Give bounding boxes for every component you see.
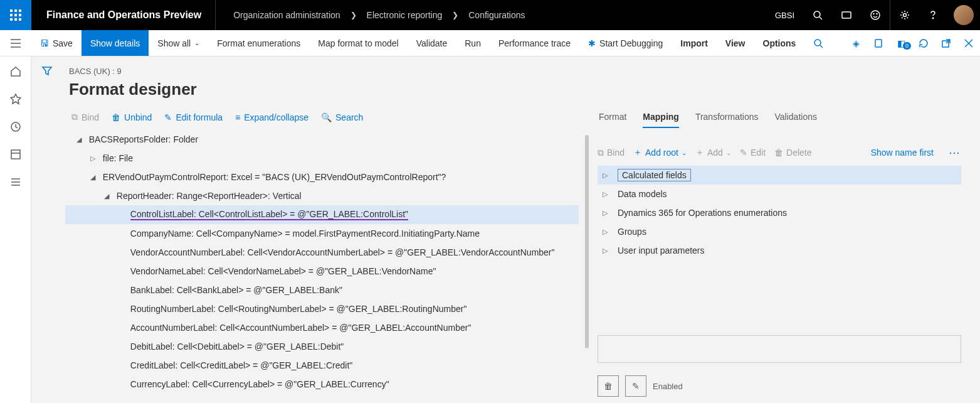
gear-icon[interactable]: [890, 0, 919, 30]
breadcrumb: Organization administration ❯ Electronic…: [216, 10, 766, 20]
show-name-first-link[interactable]: Show name first: [871, 148, 934, 158]
right-tabs: FormatMappingTransformationsValidations: [598, 108, 961, 134]
company-code[interactable]: GBSI: [766, 11, 803, 20]
attachment-icon[interactable]: [867, 38, 890, 48]
search-button[interactable]: 🔍Search: [321, 112, 363, 122]
chat-icon[interactable]: [832, 0, 861, 30]
edit-formula-button[interactable]: ✎Edit formula: [164, 112, 223, 122]
svg-rect-22: [875, 40, 882, 47]
breadcrumb-item[interactable]: Configurations: [468, 10, 525, 20]
global-header: Finance and Operations Preview Organizat…: [0, 0, 980, 30]
star-icon[interactable]: [9, 93, 22, 105]
breadcrumb-item[interactable]: Organization administration: [233, 10, 340, 20]
tree-label: VendorAccountNumberLabel: Cell<VendorAcc…: [130, 247, 555, 257]
datasource-row[interactable]: ▷Groups: [598, 222, 961, 241]
caret-down-icon[interactable]: ◢: [102, 192, 112, 200]
tree-label: RoutingNumberLabel: Cell<RoutingNumberLa…: [130, 304, 467, 314]
tree-row[interactable]: ◢ BACSReportsFolder: Folder: [65, 130, 579, 149]
tree-row[interactable]: BankLabel: Cell<BankLabel> = @"GER_LABEL…: [65, 281, 579, 299]
bind-button[interactable]: ⧉Bind: [71, 112, 99, 122]
performance-trace-button[interactable]: Performance trace: [490, 30, 579, 56]
tree-row[interactable]: CurrencyLabel: Cell<CurrencyLabel> = @"G…: [65, 375, 579, 394]
datasource-label: Groups: [618, 227, 646, 237]
edit-ds-button[interactable]: ✎Edit: [740, 148, 766, 158]
caret-down-icon[interactable]: ◢: [74, 136, 84, 144]
svg-rect-4: [14, 14, 17, 16]
run-button[interactable]: Run: [456, 30, 490, 56]
tree-row[interactable]: ◢ ReportHeader: Range<ReportHeader>: Ver…: [65, 186, 579, 205]
view-button[interactable]: View: [717, 30, 754, 56]
tree-row[interactable]: RoutingNumberLabel: Cell<RoutingNumberLa…: [65, 299, 579, 318]
page-title: Format designer: [65, 76, 980, 108]
home-icon[interactable]: [9, 65, 22, 78]
help-icon[interactable]: [919, 0, 947, 30]
svg-rect-0: [10, 9, 13, 12]
save-button[interactable]: 🖫Save: [31, 30, 82, 56]
recent-icon[interactable]: [9, 121, 22, 133]
tree-row[interactable]: AccountNumberLabel: Cell<AccountNumberLa…: [65, 318, 579, 337]
tree-label: DebitLabel: Cell<DebitLabel> = @"GER_LAB…: [130, 341, 344, 352]
bind-ds-button[interactable]: ⧉Bind: [598, 148, 624, 158]
tab-validations[interactable]: Validations: [775, 112, 817, 128]
start-debugging-button[interactable]: ✱Start Debugging: [579, 30, 672, 56]
workspace-icon[interactable]: [9, 148, 22, 161]
link-icon: ⧉: [598, 148, 604, 158]
svg-rect-1: [14, 9, 17, 12]
tree-row[interactable]: VendorNameLabel: Cell<VendorNameLabel> =…: [65, 262, 579, 281]
cmdbar-search[interactable]: [804, 30, 832, 56]
datasource-row[interactable]: ▷User input parameters: [598, 241, 961, 260]
format-tree[interactable]: ◢ BACSReportsFolder: Folder▷ file: File◢…: [65, 130, 591, 394]
caret-down-icon[interactable]: ◢: [88, 173, 98, 181]
tab-mapping[interactable]: Mapping: [643, 112, 679, 128]
bottom-toolbar: 🗑 ✎ Enabled: [598, 367, 961, 403]
caret-right-icon[interactable]: ▷: [88, 154, 98, 163]
close-icon[interactable]: [957, 39, 980, 48]
nav-toggle[interactable]: [0, 30, 31, 56]
delete-ds-button[interactable]: 🗑Delete: [774, 148, 811, 158]
add-root-button[interactable]: ＋Add root⌄: [633, 147, 687, 158]
plus-icon: ＋: [695, 147, 704, 158]
scrollbar-thumb[interactable]: [585, 135, 589, 348]
breadcrumb-item[interactable]: Electronic reporting: [367, 10, 443, 20]
tab-format[interactable]: Format: [599, 112, 626, 128]
unbind-button[interactable]: 🗑Unbind: [112, 112, 152, 122]
refresh-icon[interactable]: [912, 38, 935, 48]
validate-button[interactable]: Validate: [408, 30, 456, 56]
format-enumerations-button[interactable]: Format enumerations: [208, 30, 309, 56]
tree-row[interactable]: DebitLabel: Cell<DebitLabel> = @"GER_LAB…: [65, 337, 579, 356]
search-icon[interactable]: [803, 0, 832, 30]
smiley-icon[interactable]: [861, 0, 890, 30]
mapping-pane: FormatMappingTransformationsValidations …: [591, 108, 980, 403]
import-button[interactable]: Import: [672, 30, 717, 56]
options-button[interactable]: Options: [754, 30, 805, 56]
tree-row[interactable]: CompanyName: Cell<CompanyName> = model.F…: [65, 224, 579, 243]
filter-icon[interactable]: [41, 65, 53, 403]
delete-item-button[interactable]: 🗑: [598, 375, 619, 397]
tab-transformations[interactable]: Transformations: [695, 112, 759, 128]
app-launcher[interactable]: [0, 0, 31, 30]
expand-collapse-button[interactable]: ≡Expand/collapse: [235, 112, 308, 122]
tree-row[interactable]: ControlListLabel: Cell<ControlListLabel>…: [65, 205, 579, 224]
datasource-row[interactable]: ▷Dynamics 365 for Operations enumeration…: [598, 203, 961, 222]
more-icon[interactable]: ⋯: [942, 146, 961, 159]
edit-item-button[interactable]: ✎: [625, 375, 646, 397]
search-icon: 🔍: [321, 112, 332, 122]
popout-icon[interactable]: [935, 38, 957, 48]
caret-right-icon: ▷: [603, 209, 610, 217]
show-all-button[interactable]: Show all⌄: [149, 30, 208, 56]
tree-row[interactable]: CreditLabel: Cell<CreditLabel> = @"GER_L…: [65, 356, 579, 375]
datasource-row[interactable]: ▷Calculated fields: [598, 166, 961, 185]
tree-row[interactable]: ▷ file: File: [65, 149, 579, 168]
add-ds-button[interactable]: ＋Add⌄: [695, 147, 731, 158]
notifications-icon[interactable]: ◧0: [890, 38, 912, 48]
modules-icon[interactable]: [9, 176, 22, 188]
tree-row[interactable]: VendorAccountNumberLabel: Cell<VendorAcc…: [65, 243, 579, 262]
connector-icon[interactable]: ◈: [845, 38, 867, 48]
datasource-row[interactable]: ▷Data models: [598, 185, 961, 203]
avatar[interactable]: [954, 5, 974, 25]
app-title: Finance and Operations Preview: [31, 0, 216, 30]
tree-label: ControlListLabel: Cell<ControlListLabel>…: [130, 209, 408, 220]
tree-row[interactable]: ◢ ERVendOutPaymControlReport: Excel = "B…: [65, 168, 579, 186]
show-details-button[interactable]: Show details: [82, 30, 149, 56]
map-format-button[interactable]: Map format to model: [309, 30, 407, 56]
